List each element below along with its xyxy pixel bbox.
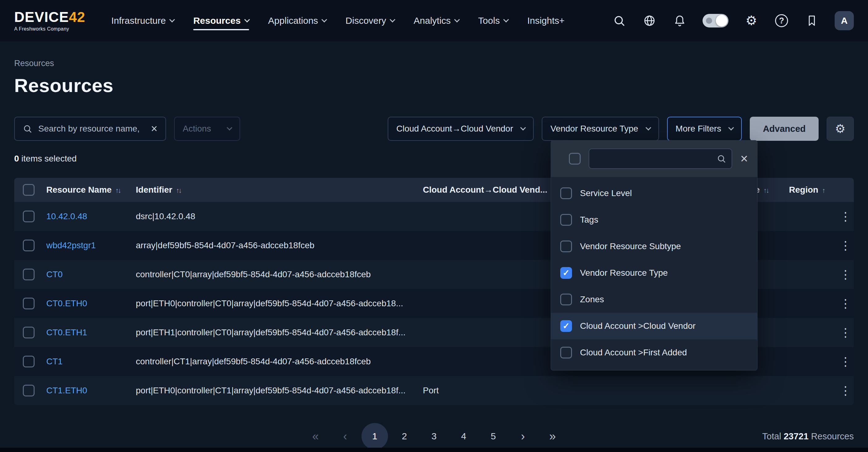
row-menu-icon[interactable]: ⋮: [840, 271, 851, 278]
next-page-button[interactable]: ›: [509, 423, 536, 450]
brand-wordmark: DEVICE42: [14, 10, 85, 24]
row-checkbox[interactable]: [23, 269, 35, 280]
resource-search-box[interactable]: ×: [14, 117, 166, 141]
checkbox[interactable]: [560, 347, 572, 358]
page-button-5[interactable]: 5: [480, 423, 506, 450]
navbar-actions: ⚙ ? A: [612, 11, 854, 30]
notifications-bell-icon[interactable]: [672, 13, 687, 28]
checkbox[interactable]: [560, 187, 572, 199]
filter-option-vendor-resource-type[interactable]: Vendor Resource Type: [551, 260, 757, 286]
resource-name-link[interactable]: CT1: [46, 357, 136, 366]
nav-item-tools[interactable]: Tools: [478, 9, 508, 32]
more-filters-dropdown[interactable]: More Filters: [667, 117, 742, 141]
row-checkbox[interactable]: [23, 298, 35, 309]
row-menu-icon[interactable]: ⋮: [840, 300, 851, 307]
gear-icon: ⚙: [835, 123, 845, 134]
nav-item-resources[interactable]: Resources: [193, 9, 249, 32]
row-menu-icon[interactable]: ⋮: [840, 329, 851, 336]
last-page-button[interactable]: »: [539, 423, 566, 450]
chevron-down-icon: [521, 125, 526, 130]
select-all-checkbox[interactable]: [23, 184, 35, 196]
resource-name-link[interactable]: 10.42.0.48: [46, 211, 136, 221]
nav-item-infrastructure[interactable]: Infrastructure: [111, 9, 174, 32]
sort-icon[interactable]: ↑↓: [763, 186, 768, 194]
page-button-2[interactable]: 2: [391, 423, 417, 450]
help-icon[interactable]: ?: [774, 13, 789, 28]
previous-page-button[interactable]: ‹: [332, 423, 359, 450]
first-page-button[interactable]: «: [302, 423, 329, 450]
sort-icon[interactable]: ↑↓: [116, 186, 120, 194]
vendor-resource-type-filter[interactable]: Vendor Resource Type: [542, 117, 659, 141]
device42-logo[interactable]: DEVICE42 A Freshworks Company: [14, 10, 85, 32]
resource-name-link[interactable]: wbd42pstgr1: [46, 241, 136, 250]
settings-gear-icon[interactable]: ⚙: [744, 13, 759, 28]
bookmark-icon[interactable]: [804, 13, 819, 28]
page-button-4[interactable]: 4: [451, 423, 477, 450]
actions-dropdown[interactable]: Actions: [174, 117, 240, 141]
checkbox-checked[interactable]: [560, 267, 572, 279]
row-menu-icon[interactable]: ⋮: [840, 387, 851, 394]
theme-toggle[interactable]: [703, 14, 728, 28]
cloud-account-cell: Port: [423, 386, 563, 395]
filter-panel-header: ×: [551, 141, 757, 177]
row-menu-icon[interactable]: ⋮: [840, 213, 851, 220]
close-icon[interactable]: ×: [740, 152, 748, 165]
resource-name-link[interactable]: CT0.ETH0: [46, 299, 136, 308]
nav-item-insights[interactable]: Insights+: [527, 9, 564, 32]
search-input[interactable]: [38, 124, 145, 134]
nav-item-analytics[interactable]: Analytics: [414, 9, 459, 32]
filter-option-tags[interactable]: Tags: [551, 207, 757, 233]
filter-search-box[interactable]: [589, 149, 732, 169]
toggle-knob: [716, 15, 727, 27]
table-settings-button[interactable]: ⚙: [827, 117, 854, 141]
checkbox[interactable]: [560, 214, 572, 226]
clear-search-icon[interactable]: ×: [151, 123, 157, 134]
chevron-down-icon: [322, 17, 327, 22]
pagination: « ‹ 1 2 3 4 5 › » Total 23721 Resources: [14, 422, 854, 450]
row-checkbox[interactable]: [23, 356, 35, 367]
user-avatar[interactable]: A: [835, 11, 854, 30]
nav-item-applications[interactable]: Applications: [268, 9, 327, 32]
breadcrumb[interactable]: Resources: [14, 59, 854, 68]
checkbox[interactable]: [560, 241, 572, 252]
filter-option-service-level[interactable]: Service Level: [551, 180, 757, 207]
globe-icon[interactable]: [642, 13, 657, 28]
filter-search-input[interactable]: [595, 154, 713, 163]
checkbox-checked[interactable]: [560, 320, 572, 332]
filter-option-vendor-resource-subtype[interactable]: Vendor Resource Subtype: [551, 233, 757, 260]
search-icon[interactable]: [612, 13, 627, 28]
row-checkbox[interactable]: [23, 211, 35, 222]
chevron-down-icon: [244, 17, 250, 22]
toolbar: × Actions Cloud Account→Cloud Vendor Ven…: [14, 117, 854, 141]
sort-icon[interactable]: ↑: [822, 186, 825, 194]
column-header-cloud-account[interactable]: Cloud Account→Cloud Vend...↑↓: [423, 185, 563, 195]
cloud-account-vendor-filter[interactable]: Cloud Account→Cloud Vendor: [388, 117, 534, 141]
row-checkbox[interactable]: [23, 327, 35, 338]
row-menu-icon[interactable]: ⋮: [840, 242, 851, 249]
more-filters-panel: × Service Level Tags Vendor Resource Sub…: [551, 140, 757, 370]
resource-name-link[interactable]: CT1.ETH0: [46, 386, 136, 395]
filter-option-cloud-account-cloud-vendor[interactable]: Cloud Account >Cloud Vendor: [551, 313, 757, 339]
row-checkbox[interactable]: [23, 240, 35, 251]
filter-option-zones[interactable]: Zones: [551, 286, 757, 313]
page-button-3[interactable]: 3: [421, 423, 447, 450]
total-resources-count: Total 23721 Resources: [762, 431, 854, 442]
filter-options-list: Service Level Tags Vendor Resource Subty…: [551, 177, 757, 370]
row-checkbox[interactable]: [23, 385, 35, 396]
column-header-identifier[interactable]: Identifier↑↓: [136, 185, 423, 195]
page-button-1[interactable]: 1: [362, 423, 388, 450]
filter-select-all-checkbox[interactable]: [569, 153, 581, 164]
checkbox[interactable]: [560, 294, 572, 305]
advanced-button[interactable]: Advanced: [750, 117, 818, 141]
sort-icon[interactable]: ↑↓: [176, 186, 181, 194]
filter-option-cloud-account-first-added[interactable]: Cloud Account >First Added: [551, 339, 757, 366]
nav-item-discovery[interactable]: Discovery: [345, 9, 395, 32]
column-header-region[interactable]: Region↑: [784, 185, 840, 195]
resource-name-link[interactable]: CT0.ETH1: [46, 328, 136, 337]
chevron-down-icon: [454, 17, 460, 22]
resource-name-link[interactable]: CT0: [46, 270, 136, 279]
column-header-resource-name[interactable]: Resource Name↑↓: [46, 185, 136, 195]
page-title: Resources: [14, 74, 854, 96]
identifier-cell: controller|CT0|array|def59bf5-854d-4d07-…: [136, 270, 423, 279]
row-menu-icon[interactable]: ⋮: [840, 358, 851, 365]
